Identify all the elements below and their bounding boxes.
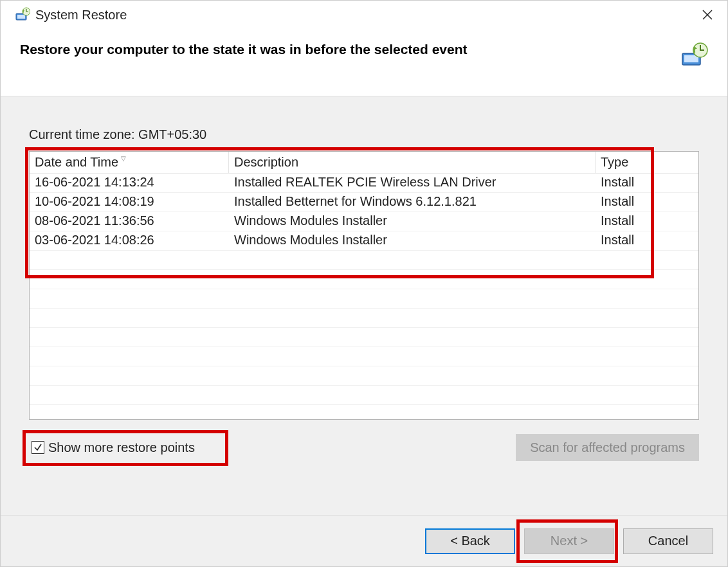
svg-rect-1 xyxy=(17,15,25,19)
titlebar: System Restore xyxy=(1,1,727,29)
list-header: Date and Time ▽ Description Type xyxy=(30,152,698,174)
scan-affected-button: Scan for affected programs xyxy=(516,434,699,461)
cell-description: Installed REALTEK PCIE Wireless LAN Driv… xyxy=(229,174,596,192)
cancel-button[interactable]: Cancel xyxy=(623,528,713,554)
footer: < Back Next > Cancel xyxy=(1,515,727,566)
column-header-description-label: Description xyxy=(234,155,298,170)
cell-datetime: 03-06-2021 14:08:26 xyxy=(30,231,229,250)
cell-type: Install xyxy=(596,193,698,212)
close-button[interactable] xyxy=(693,4,722,25)
table-row xyxy=(30,270,698,289)
cell-description: Windows Modules Installer xyxy=(229,231,596,250)
system-restore-large-icon xyxy=(680,42,708,70)
cell-type: Install xyxy=(596,231,698,250)
table-row xyxy=(30,328,698,347)
restore-points-wrap: Date and Time ▽ Description Type 16-06-2… xyxy=(29,151,699,420)
cell-datetime: 16-06-2021 14:13:24 xyxy=(30,174,229,192)
column-header-datetime[interactable]: Date and Time ▽ xyxy=(30,152,229,173)
next-button: Next > xyxy=(524,528,614,554)
cell-description: Installed Betternet for Windows 6.12.1.8… xyxy=(229,193,596,212)
instruction-text: Restore your computer to the state it wa… xyxy=(20,42,680,57)
below-list-row: Show more restore points Scan for affect… xyxy=(29,434,699,461)
column-header-type-label: Type xyxy=(601,155,628,170)
cell-type: Install xyxy=(596,212,698,231)
cell-description: Windows Modules Installer xyxy=(229,212,596,231)
table-row[interactable]: 10-06-2021 14:08:19Installed Betternet f… xyxy=(30,193,698,212)
system-restore-window: System Restore Restore your computer to … xyxy=(0,0,728,567)
cell-datetime: 08-06-2021 11:36:56 xyxy=(30,212,229,231)
table-row[interactable]: 08-06-2021 11:36:56Windows Modules Insta… xyxy=(30,212,698,231)
sort-indicator-icon: ▽ xyxy=(121,155,126,162)
window-title: System Restore xyxy=(35,8,693,22)
close-icon xyxy=(702,10,713,20)
show-more-checkbox[interactable] xyxy=(32,441,44,454)
table-row xyxy=(30,251,698,270)
table-row xyxy=(30,309,698,328)
table-row xyxy=(30,289,698,309)
cell-datetime: 10-06-2021 14:08:19 xyxy=(30,193,229,212)
header-area: Restore your computer to the state it wa… xyxy=(1,29,727,96)
back-button[interactable]: < Back xyxy=(425,528,515,554)
list-body: 16-06-2021 14:13:24Installed REALTEK PCI… xyxy=(30,174,698,405)
checkmark-icon xyxy=(33,443,42,452)
table-row xyxy=(30,386,698,405)
content-area: Current time zone: GMT+05:30 Date and Ti… xyxy=(1,96,727,515)
column-header-datetime-label: Date and Time xyxy=(35,155,118,170)
table-row[interactable]: 03-06-2021 14:08:26Windows Modules Insta… xyxy=(30,231,698,251)
timezone-label: Current time zone: GMT+05:30 xyxy=(29,127,699,142)
system-restore-icon xyxy=(15,7,30,22)
show-more-checkbox-label: Show more restore points xyxy=(48,440,195,455)
column-header-description[interactable]: Description xyxy=(229,152,596,173)
column-header-type[interactable]: Type xyxy=(596,152,698,173)
table-row xyxy=(30,366,698,386)
show-more-checkbox-wrap: Show more restore points xyxy=(29,437,197,459)
table-row xyxy=(30,347,698,366)
cell-type: Install xyxy=(596,174,698,192)
restore-points-list[interactable]: Date and Time ▽ Description Type 16-06-2… xyxy=(29,151,699,420)
table-row[interactable]: 16-06-2021 14:13:24Installed REALTEK PCI… xyxy=(30,174,698,193)
